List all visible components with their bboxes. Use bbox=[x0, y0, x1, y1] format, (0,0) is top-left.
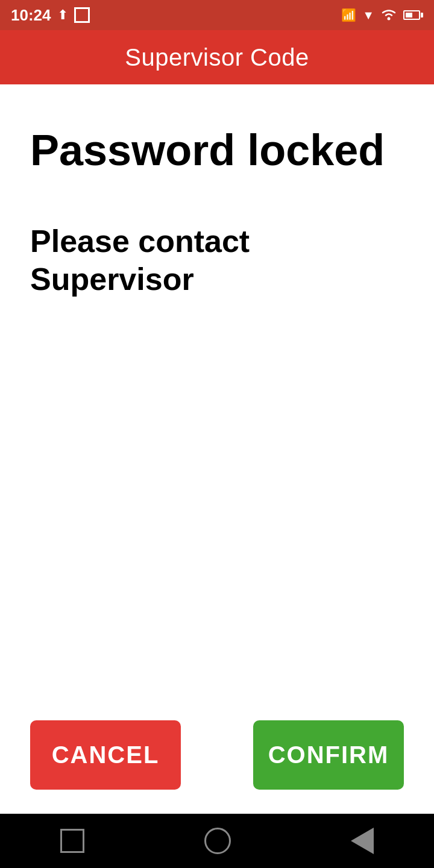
nav-home-icon[interactable] bbox=[204, 828, 231, 854]
contact-supervisor-text: Please contact Supervisor bbox=[30, 222, 404, 298]
nav-bar bbox=[0, 814, 434, 868]
status-time: 10:24 bbox=[11, 6, 51, 25]
bluetooth-icon: 📶 bbox=[341, 8, 356, 22]
confirm-button[interactable]: CONFIRM bbox=[253, 720, 404, 790]
nav-back-icon[interactable] bbox=[351, 828, 374, 854]
status-bar-right: 📶 ▼ bbox=[341, 7, 423, 24]
password-locked-heading: Password locked bbox=[30, 127, 404, 174]
screen-icon bbox=[74, 7, 90, 23]
nav-recents-icon[interactable] bbox=[60, 829, 84, 853]
svg-point-0 bbox=[388, 17, 391, 20]
battery-icon bbox=[403, 10, 423, 20]
wifi-icon bbox=[380, 7, 397, 24]
signal-icon: ▼ bbox=[362, 8, 374, 22]
status-bar: 10:24 ⬆ 📶 ▼ bbox=[0, 0, 434, 30]
toolbar: Supervisor Code bbox=[0, 30, 434, 84]
page-title: Supervisor Code bbox=[125, 44, 309, 71]
buttons-area: CANCEL CONFIRM bbox=[0, 702, 434, 814]
status-bar-left: 10:24 ⬆ bbox=[11, 6, 90, 25]
main-content: Password locked Please contact Superviso… bbox=[0, 84, 434, 702]
cancel-button[interactable]: CANCEL bbox=[30, 720, 181, 790]
upload-icon: ⬆ bbox=[57, 7, 68, 23]
